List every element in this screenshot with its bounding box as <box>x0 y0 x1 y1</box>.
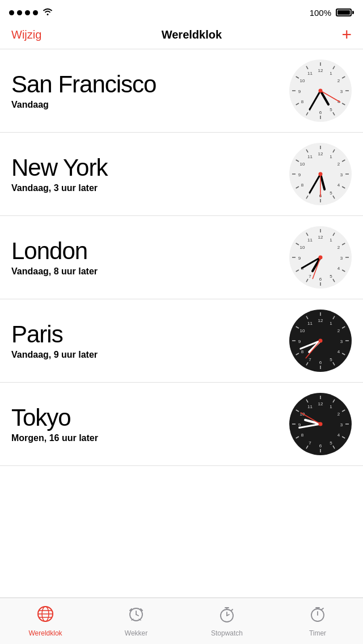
svg-text:4: 4 <box>337 349 340 354</box>
svg-text:1: 1 <box>330 154 332 159</box>
tab-wekker[interactable]: Wekker <box>91 605 182 637</box>
city-time-desc: Morgen, 16 uur later <box>11 433 282 443</box>
svg-text:11: 11 <box>307 404 313 409</box>
svg-text:9: 9 <box>298 339 301 344</box>
svg-text:5: 5 <box>330 440 332 446</box>
city-row: ParisVandaag, 9 uur later 12123456789101… <box>0 299 363 383</box>
city-list: San FranciscoVandaag 121234567891011 New… <box>0 49 363 466</box>
wereldklok-icon <box>36 605 54 627</box>
svg-text:5: 5 <box>330 107 332 112</box>
svg-text:9: 9 <box>298 422 301 427</box>
tab-bar: Wereldklok Wekker <box>0 598 363 644</box>
svg-text:1: 1 <box>330 71 332 76</box>
stopwatch-icon <box>218 605 236 627</box>
svg-point-57 <box>319 172 323 176</box>
svg-text:5: 5 <box>330 357 332 362</box>
svg-line-162 <box>231 609 233 611</box>
status-right: 100% <box>310 8 354 18</box>
city-name: San Francisco <box>11 71 282 98</box>
svg-text:7: 7 <box>309 274 311 279</box>
city-time-desc: Vandaag, 9 uur later <box>11 350 282 360</box>
city-time-desc: Vandaag, 3 uur later <box>11 183 282 193</box>
svg-text:3: 3 <box>340 172 343 177</box>
svg-text:8: 8 <box>301 349 304 354</box>
page: 100% Wijzig Wereldklok + San FranciscoVa… <box>0 0 363 512</box>
tab-wereldklok-label: Wereldklok <box>28 629 62 637</box>
add-button[interactable]: + <box>341 26 352 43</box>
svg-text:2: 2 <box>337 412 340 417</box>
svg-text:6: 6 <box>319 277 322 282</box>
city-info-tokyo: TokyoMorgen, 16 uur later <box>11 405 282 443</box>
city-info-paris: ParisVandaag, 9 uur later <box>11 321 282 360</box>
svg-text:8: 8 <box>301 183 304 188</box>
city-row: San FranciscoVandaag 121234567891011 <box>0 49 363 133</box>
svg-text:1: 1 <box>330 238 332 243</box>
svg-text:10: 10 <box>300 245 305 250</box>
svg-text:5: 5 <box>330 190 332 196</box>
svg-text:9: 9 <box>298 89 301 94</box>
tab-timer[interactable]: Timer <box>272 605 363 637</box>
city-name: New York <box>11 155 282 181</box>
svg-text:4: 4 <box>337 266 340 271</box>
tab-stopwatch-label: Stopwatch <box>211 629 243 637</box>
svg-text:1: 1 <box>330 404 332 409</box>
svg-text:11: 11 <box>307 238 313 243</box>
wifi-icon <box>41 7 54 19</box>
svg-text:8: 8 <box>301 99 304 104</box>
svg-text:6: 6 <box>319 443 322 448</box>
tab-stopwatch[interactable]: Stopwatch <box>182 605 272 637</box>
city-row: LondonVandaag, 8 uur later 1212345678910… <box>0 216 363 299</box>
analog-clock-tokyo: 121234567891011 <box>289 393 352 455</box>
svg-text:12: 12 <box>318 318 323 323</box>
analog-clock-san-francisco: 121234567891011 <box>289 60 352 122</box>
city-row: TokyoMorgen, 16 uur later 12123456789101… <box>0 383 363 466</box>
city-info-new-york: New YorkVandaag, 3 uur later <box>11 155 282 193</box>
edit-button[interactable]: Wijzig <box>11 28 41 41</box>
svg-text:1: 1 <box>330 321 332 326</box>
nav-bar: Wijzig Wereldklok + <box>0 23 363 49</box>
svg-text:12: 12 <box>318 401 323 406</box>
tab-wekker-label: Wekker <box>125 629 147 637</box>
signal-dot-1 <box>9 10 14 15</box>
svg-text:10: 10 <box>300 78 305 83</box>
svg-text:2: 2 <box>337 78 340 83</box>
city-info-san-francisco: San FranciscoVandaag <box>11 71 282 110</box>
svg-text:11: 11 <box>307 71 313 76</box>
nav-title: Wereldklok <box>162 28 222 41</box>
tab-timer-label: Timer <box>309 629 326 637</box>
tab-wereldklok[interactable]: Wereldklok <box>0 605 91 637</box>
svg-text:10: 10 <box>300 162 305 167</box>
city-name: Tokyo <box>11 405 282 431</box>
svg-text:3: 3 <box>340 89 343 94</box>
svg-text:6: 6 <box>319 110 322 115</box>
svg-text:3: 3 <box>340 256 343 261</box>
svg-point-28 <box>319 89 323 93</box>
svg-line-152 <box>136 615 138 616</box>
svg-text:3: 3 <box>340 422 343 427</box>
svg-text:9: 9 <box>298 172 301 177</box>
svg-text:5: 5 <box>330 274 332 279</box>
signal-dot-2 <box>17 10 22 15</box>
analog-clock-new-york: 121234567891011 <box>289 143 352 205</box>
signal-dots <box>9 10 38 15</box>
svg-text:7: 7 <box>309 357 311 362</box>
svg-text:3: 3 <box>340 339 343 344</box>
wekker-icon <box>127 605 145 627</box>
svg-text:4: 4 <box>337 183 340 188</box>
timer-icon <box>309 605 327 627</box>
svg-text:2: 2 <box>337 162 340 167</box>
city-time-desc: Vandaag <box>11 100 282 110</box>
battery-percentage: 100% <box>310 8 331 18</box>
svg-text:7: 7 <box>309 440 311 446</box>
svg-text:4: 4 <box>337 433 340 438</box>
svg-text:11: 11 <box>307 154 313 159</box>
svg-text:12: 12 <box>318 151 323 156</box>
svg-point-144 <box>319 422 323 426</box>
svg-text:12: 12 <box>318 235 323 240</box>
analog-clock-london: 121234567891011 <box>289 226 352 289</box>
status-left <box>9 7 54 19</box>
svg-text:6: 6 <box>319 360 322 365</box>
svg-text:11: 11 <box>307 321 313 326</box>
city-time-desc: Vandaag, 8 uur later <box>11 266 282 277</box>
signal-dot-3 <box>25 10 30 15</box>
